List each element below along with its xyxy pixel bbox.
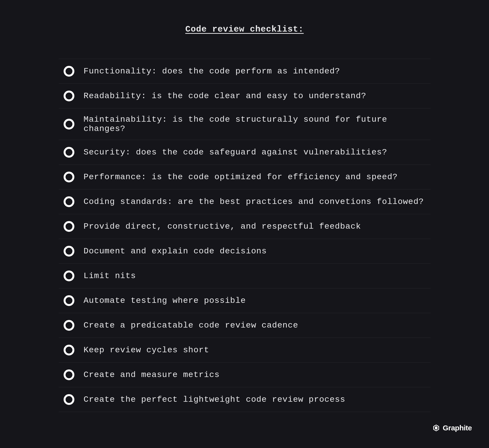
list-item: Document and explain code decisions bbox=[59, 239, 431, 264]
list-item-text: Coding standards: are the best practices… bbox=[84, 197, 424, 206]
list-item-text: Maintainability: is the code structurall… bbox=[84, 115, 426, 133]
list-item: Coding standards: are the best practices… bbox=[59, 189, 431, 214]
list-item-text: Automate testing where possible bbox=[84, 296, 246, 305]
list-item-text: Limit nits bbox=[84, 271, 136, 281]
svg-point-5 bbox=[65, 197, 73, 206]
svg-point-0 bbox=[65, 67, 73, 76]
circle-icon bbox=[63, 196, 75, 208]
svg-point-1 bbox=[65, 92, 73, 100]
list-item: Performance: is the code optimized for e… bbox=[59, 165, 431, 189]
circle-icon bbox=[63, 270, 75, 282]
circle-icon bbox=[63, 394, 75, 405]
svg-marker-15 bbox=[435, 426, 437, 430]
svg-point-6 bbox=[65, 222, 73, 231]
list-item-text: Create a predicatable code review cadenc… bbox=[84, 321, 298, 330]
circle-icon bbox=[63, 245, 75, 257]
svg-point-8 bbox=[65, 271, 73, 280]
list-item-text: Functionality: does the code perform as … bbox=[84, 67, 340, 76]
circle-icon bbox=[63, 369, 75, 381]
circle-icon bbox=[63, 118, 75, 130]
list-item: Create and measure metrics bbox=[59, 363, 431, 387]
list-item: Readability: is the code clear and easy … bbox=[59, 84, 431, 108]
list-item: Limit nits bbox=[59, 264, 431, 288]
list-item-text: Readability: is the code clear and easy … bbox=[84, 91, 366, 101]
svg-point-13 bbox=[65, 395, 73, 404]
svg-point-10 bbox=[65, 321, 73, 330]
list-item: Maintainability: is the code structurall… bbox=[59, 108, 431, 140]
svg-point-4 bbox=[65, 173, 73, 181]
list-item: Provide direct, constructive, and respec… bbox=[59, 214, 431, 239]
list-item-text: Security: does the code safeguard agains… bbox=[84, 148, 387, 157]
circle-icon bbox=[63, 90, 75, 102]
list-item: Security: does the code safeguard agains… bbox=[59, 140, 431, 165]
circle-icon bbox=[63, 319, 75, 331]
list-item: Functionality: does the code perform as … bbox=[59, 59, 431, 84]
circle-icon bbox=[63, 221, 75, 232]
checklist: Functionality: does the code perform as … bbox=[59, 59, 431, 412]
footer-brand-text: Graphite bbox=[443, 424, 472, 432]
list-item-text: Create the perfect lightweight code revi… bbox=[84, 395, 345, 404]
list-item-text: Document and explain code decisions bbox=[84, 247, 267, 256]
svg-point-12 bbox=[65, 370, 73, 379]
circle-icon bbox=[63, 65, 75, 77]
circle-icon bbox=[63, 146, 75, 158]
list-item: Automate testing where possible bbox=[59, 288, 431, 313]
svg-point-11 bbox=[65, 346, 73, 354]
svg-point-9 bbox=[65, 296, 73, 305]
list-item-text: Create and measure metrics bbox=[84, 370, 220, 379]
svg-point-3 bbox=[65, 148, 73, 157]
svg-point-2 bbox=[65, 120, 73, 129]
footer-brand: Graphite bbox=[432, 424, 472, 432]
graphite-logo-icon bbox=[432, 424, 440, 432]
circle-icon bbox=[63, 171, 75, 183]
list-item-text: Provide direct, constructive, and respec… bbox=[84, 222, 361, 231]
svg-point-7 bbox=[65, 247, 73, 256]
list-item: Create the perfect lightweight code revi… bbox=[59, 387, 431, 412]
list-item: Create a predicatable code review cadenc… bbox=[59, 313, 431, 338]
page-title: Code review checklist: bbox=[185, 24, 304, 34]
circle-icon bbox=[63, 344, 75, 356]
list-item-text: Keep review cycles short bbox=[84, 345, 209, 355]
list-item-text: Performance: is the code optimized for e… bbox=[84, 172, 398, 182]
circle-icon bbox=[63, 295, 75, 307]
list-item: Keep review cycles short bbox=[59, 338, 431, 363]
